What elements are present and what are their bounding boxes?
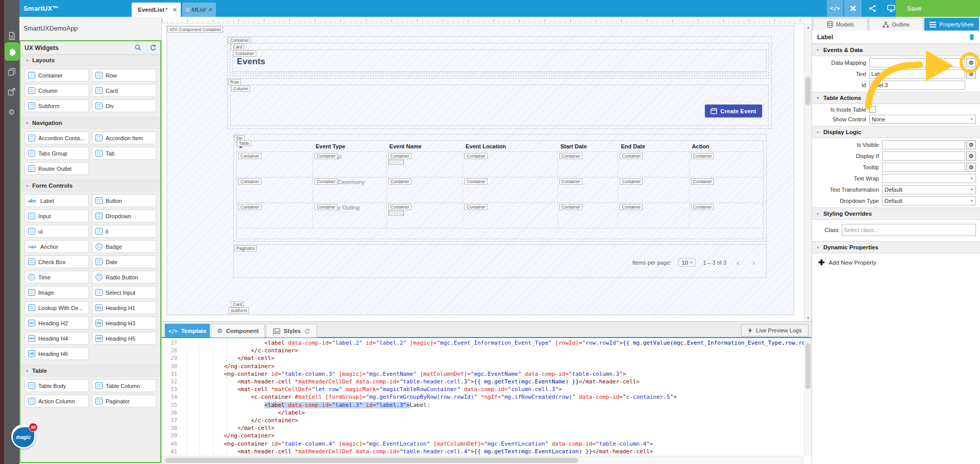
container-element[interactable]: Container Events	[232, 49, 767, 72]
element-tag[interactable]: Subform	[229, 307, 249, 314]
row-element[interactable]: Row Column Create Event	[227, 78, 772, 129]
widget-item-heading-h6[interactable]: H6Heading H6	[24, 347, 89, 360]
page-heading[interactable]: Events	[237, 57, 265, 67]
widget-item-radio-button[interactable]: Radio Button	[92, 271, 156, 283]
expand-icon[interactable]	[844, 0, 862, 17]
widget-item-date[interactable]: Date	[92, 255, 156, 268]
widget-item-card[interactable]: Card	[92, 84, 156, 97]
is-visible-gear-icon[interactable]: ⚙	[966, 140, 976, 149]
is-inside-table-checkbox[interactable]	[869, 106, 876, 113]
app-name[interactable]: SmartUXDemoApp	[19, 17, 161, 40]
editor-hscrollbar[interactable]	[162, 456, 804, 464]
widget-item-check-box[interactable]: Check Box	[24, 255, 89, 268]
create-event-button[interactable]: Create Event	[705, 105, 762, 117]
element-tag[interactable]: Container	[388, 204, 411, 210]
editor-vscrollbar[interactable]	[804, 339, 812, 456]
widget-item-time[interactable]: Time	[24, 271, 89, 283]
widget-section-navigation[interactable]: ▼Navigation	[20, 117, 160, 128]
data-mapping-input[interactable]	[869, 58, 965, 67]
scroll-down-icon[interactable]: ▼	[804, 314, 812, 321]
class-input[interactable]	[842, 224, 976, 236]
widget-item-heading-h5[interactable]: H5Heading H5	[92, 332, 156, 345]
save-button[interactable]: Save	[896, 0, 980, 17]
element-tag[interactable]: Table	[237, 140, 251, 146]
tab-styles[interactable]: Styles	[266, 324, 317, 338]
refresh-icon[interactable]	[304, 328, 310, 334]
container-element[interactable]: Container Card Container Events	[227, 36, 772, 76]
close-icon[interactable]: ✕	[208, 7, 212, 13]
element-tag[interactable]: Container	[559, 153, 582, 159]
data-mapping-gear-icon[interactable]: ⚙	[966, 58, 976, 67]
table-cell[interactable]: Container	[387, 177, 463, 202]
previous-page-icon[interactable]: ‹	[733, 259, 742, 266]
canvas-scrollbar[interactable]: ▲ ▼	[804, 23, 812, 321]
table-cell[interactable]: jsContainer	[313, 152, 386, 177]
close-icon[interactable]: ✕	[173, 7, 177, 13]
widget-item-ul[interactable]: ul	[24, 225, 89, 238]
table-cell[interactable]: Container	[690, 203, 763, 228]
text-input[interactable]	[869, 69, 965, 79]
table-cell[interactable]: Container	[463, 152, 558, 177]
table-cell[interactable]: y OutingContainer	[313, 203, 386, 228]
element-tag[interactable]: Container	[238, 178, 261, 185]
element-tag[interactable]: Container	[691, 204, 714, 210]
table-cell[interactable]: Container	[690, 177, 763, 202]
is-visible-input[interactable]	[882, 140, 965, 149]
table-cell[interactable]: Container	[237, 152, 313, 177]
widget-item-dropdown[interactable]: Dropdown	[92, 210, 156, 222]
paginator-element[interactable]: Paginator Items per page: 10▼ 1 – 3 of 3…	[233, 244, 767, 278]
widget-item-tab[interactable]: Tab	[92, 147, 156, 160]
table-cell[interactable]: Container	[463, 203, 558, 228]
element-tag[interactable]: Container	[464, 153, 487, 159]
copy-icon[interactable]	[4, 65, 19, 79]
trash-icon[interactable]	[969, 34, 975, 41]
element-tag[interactable]: Container	[238, 204, 261, 210]
refresh-icon[interactable]	[170, 7, 170, 12]
column-element[interactable]: Column Create Event	[230, 85, 769, 126]
scroll-up-icon[interactable]: ▲	[804, 23, 812, 31]
add-new-property-button[interactable]: ✚ Add New Property	[812, 253, 980, 266]
next-page-icon[interactable]: ›	[749, 259, 758, 266]
widget-item-div[interactable]: Div	[92, 99, 156, 112]
tab-template[interactable]: </> Template	[165, 324, 210, 338]
table-cell[interactable]: Container	[387, 203, 463, 228]
widget-item-select-input[interactable]: Select Input	[92, 286, 156, 299]
element-tag[interactable]: Container	[464, 204, 487, 210]
element-tag[interactable]: Card	[231, 301, 244, 307]
scrollbar-thumb[interactable]	[805, 343, 811, 389]
widget-item-heading-h4[interactable]: H4Heading H4	[24, 332, 89, 345]
table-cell[interactable]: Container	[463, 177, 558, 202]
table-cell[interactable]: Container	[558, 203, 619, 228]
table-column-header[interactable]: Event Name	[387, 143, 463, 149]
section-dynamic-properties[interactable]: ▼Dynamic Properties	[812, 241, 980, 253]
widget-item-router-outlet[interactable]: Router Outlet	[24, 162, 89, 175]
element-tag[interactable]: Container	[691, 178, 714, 185]
table-cell[interactable]: Container	[618, 152, 689, 177]
canvas-workspace[interactable]: XPA Component Container Container Card C…	[162, 23, 804, 321]
scrollbar-thumb[interactable]	[805, 76, 811, 105]
element-tag[interactable]: Container	[691, 153, 714, 159]
tooltip-gear-icon[interactable]: ⚙	[966, 163, 976, 172]
table-column-header[interactable]: Event Type	[313, 143, 386, 149]
widget-item-tabs-group[interactable]: Tabs Group	[24, 147, 89, 160]
widget-section-layouts[interactable]: ▼Layouts	[20, 55, 160, 66]
widget-item-li[interactable]: li	[92, 225, 156, 238]
widget-section-form-controls[interactable]: ▼Form Controls	[20, 180, 160, 191]
tab-component[interactable]: ⚙ Component	[211, 324, 265, 338]
text-wrap-select[interactable]: ▼	[882, 174, 976, 183]
tab-eventlist[interactable]: EventList* ✕	[132, 3, 181, 17]
table-column-header[interactable]: Start Date	[558, 143, 619, 149]
element-tag[interactable]: Row	[228, 79, 241, 85]
display-if-gear-icon[interactable]: ⚙	[966, 151, 976, 161]
table-column-header[interactable]: Event Location	[463, 143, 558, 149]
widget-item-table-column[interactable]: Table Column	[92, 379, 156, 392]
element-tag[interactable]: Container	[388, 153, 411, 159]
widget-item-label[interactable]: abcLabel	[24, 194, 89, 207]
document-icon[interactable]	[4, 29, 19, 42]
element-tag[interactable]: XPA Component Container	[167, 27, 223, 33]
table-cell[interactable]: Container	[558, 177, 619, 202]
widget-item-image[interactable]: Image	[24, 286, 89, 299]
widget-section-table[interactable]: ▼Table	[20, 365, 160, 376]
element-tag[interactable]: Container	[233, 50, 256, 57]
element-tag[interactable]: Card	[231, 44, 244, 50]
